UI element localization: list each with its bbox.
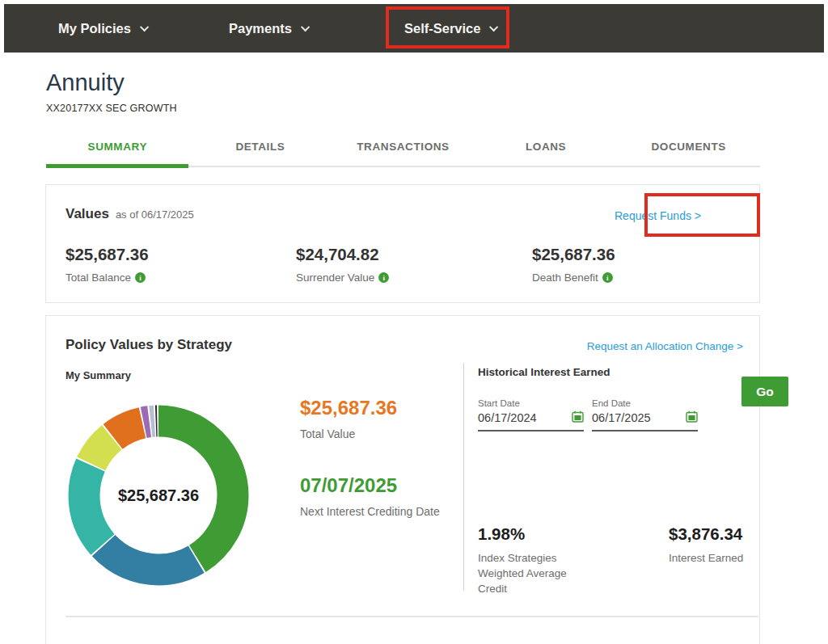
- tab-loans[interactable]: LOANS: [475, 136, 618, 166]
- chevron-down-icon: [301, 23, 310, 32]
- allocation-donut-chart: $25,687.36: [66, 403, 251, 587]
- weighted-average-stat: 1.98% Index Strategies Weighted Average …: [478, 524, 587, 596]
- tab-documents[interactable]: DOCUMENTS: [617, 136, 760, 166]
- my-summary-label: My Summary: [65, 369, 131, 381]
- nav-item-label: Self-Service: [404, 21, 480, 36]
- calendar-icon[interactable]: [686, 410, 698, 425]
- values-card: Values as of 06/17/2025 Request Funds > …: [45, 184, 760, 303]
- end-date-value: 06/17/2025: [592, 411, 651, 424]
- tab-summary[interactable]: SUMMARY: [46, 136, 189, 166]
- interest-earned-stat: $3,876.34 Interest Earned: [669, 524, 790, 566]
- page-title: Annuity: [46, 69, 125, 96]
- vertical-divider: [463, 363, 464, 591]
- total-balance-value: $25,687.36: [65, 245, 149, 264]
- metric-surrender-value: $24,704.82 Surrender Value i: [296, 245, 389, 284]
- nav-item-label: My Policies: [58, 21, 131, 36]
- tab-details[interactable]: DETAILS: [189, 136, 332, 166]
- interest-earned-value: $3,876.34: [669, 524, 790, 544]
- card-section-divider: [65, 616, 758, 617]
- nav-item-label: Payments: [229, 21, 292, 36]
- start-date-field: Start Date 06/17/2024: [478, 398, 584, 431]
- next-crediting-label: Next Interest Crediting Date: [300, 505, 454, 518]
- weighted-average-label: Index Strategies Weighted Average Credit: [478, 550, 587, 596]
- chevron-down-icon: [489, 23, 498, 32]
- historical-interest-title: Historical Interest Earned: [478, 366, 750, 378]
- strategy-card-title: Policy Values by Strategy: [65, 337, 232, 353]
- metric-total-balance: $25,687.36 Total Balance i: [65, 245, 149, 284]
- info-icon[interactable]: i: [135, 272, 146, 283]
- death-benefit-label: Death Benefit: [532, 271, 598, 284]
- tab-bar: SUMMARY DETAILS TRANSACTIONS LOANS DOCUM…: [46, 136, 760, 166]
- values-card-title: Values: [65, 206, 109, 222]
- request-allocation-change-link[interactable]: Request an Allocation Change >: [587, 340, 743, 352]
- interest-earned-label: Interest Earned: [669, 550, 790, 566]
- weighted-average-value: 1.98%: [478, 524, 587, 544]
- surrender-value: $24,704.82: [296, 245, 389, 264]
- calendar-icon[interactable]: [572, 410, 584, 425]
- policy-values-by-strategy-card: Policy Values by Strategy Request an All…: [45, 315, 760, 644]
- next-crediting-date: 07/07/2025: [300, 474, 454, 497]
- end-date-label: End Date: [592, 398, 698, 408]
- total-value-label: Total Value: [300, 427, 454, 440]
- nav-item-self-service[interactable]: Self-Service: [404, 4, 498, 53]
- donut-center-value: $25,687.36: [66, 403, 251, 587]
- active-tab-indicator: [46, 164, 188, 168]
- total-balance-label: Total Balance: [65, 271, 131, 284]
- end-date-input[interactable]: 06/17/2025: [592, 410, 698, 431]
- start-date-input[interactable]: 06/17/2024: [478, 410, 584, 431]
- info-icon[interactable]: i: [378, 272, 389, 283]
- historical-interest-section: Historical Interest Earned Start Date 06…: [478, 366, 750, 378]
- total-value: $25,687.36: [300, 397, 454, 419]
- tab-transactions[interactable]: TRANSACTIONS: [332, 136, 475, 166]
- nav-item-my-policies[interactable]: My Policies: [58, 4, 149, 53]
- totals-column: $25,687.36 Total Value 07/07/2025 Next I…: [300, 397, 454, 518]
- metric-death-benefit: $25,687.36 Death Benefit i: [532, 245, 615, 284]
- surrender-value-label: Surrender Value: [296, 271, 374, 284]
- start-date-value: 06/17/2024: [478, 411, 537, 424]
- death-benefit-value: $25,687.36: [532, 245, 615, 264]
- go-button[interactable]: Go: [741, 377, 788, 406]
- annuity-summary-page: My Policies Payments Self-Service Annuit…: [0, 0, 828, 644]
- top-navigation-bar: My Policies Payments Self-Service: [4, 4, 824, 53]
- policy-number-subtitle: XX20177XX SEC GROWTH: [46, 103, 177, 114]
- nav-item-payments[interactable]: Payments: [229, 4, 310, 53]
- end-date-field: End Date 06/17/2025: [592, 398, 698, 431]
- chevron-down-icon: [140, 23, 149, 32]
- start-date-label: Start Date: [478, 398, 584, 408]
- request-funds-link[interactable]: Request Funds >: [615, 209, 701, 222]
- info-icon[interactable]: i: [602, 272, 613, 283]
- values-as-of-date: as of 06/17/2025: [116, 208, 194, 221]
